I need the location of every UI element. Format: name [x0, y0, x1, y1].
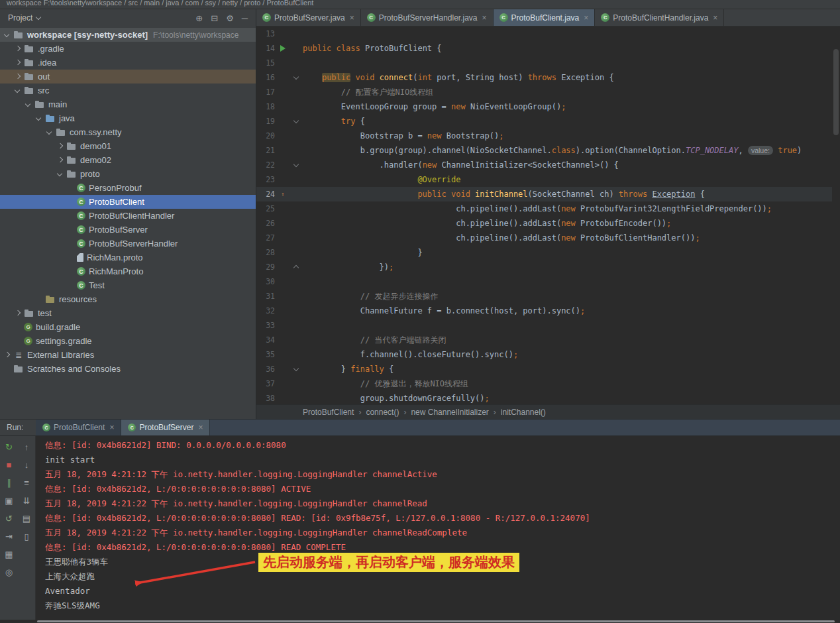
- tree-item-protobufserverhandler[interactable]: CProtoBufServerHandler: [0, 237, 256, 251]
- fold-icon[interactable]: [291, 260, 303, 274]
- tree-item-out[interactable]: out: [0, 70, 256, 84]
- tree-item-label: PersonProbuf: [89, 183, 142, 193]
- expand-arrow-icon[interactable]: [13, 309, 22, 317]
- tree-item-java[interactable]: java: [0, 111, 256, 125]
- console-lines: 信息: [id: 0x4b8621d2] BIND: 0.0.0.0/0.0.0…: [36, 436, 840, 613]
- breadcrumb-item-initchannel[interactable]: initChannel(): [501, 408, 546, 417]
- fold-icon[interactable]: [291, 114, 303, 129]
- override-gutter-icon[interactable]: ↑: [275, 187, 291, 201]
- locate-file-icon[interactable]: ⊕: [195, 13, 203, 23]
- project-panel-header[interactable]: Project ⊕⊟⚙─: [0, 9, 256, 27]
- tree-item-external-libraries[interactable]: ≣External Libraries: [0, 348, 256, 362]
- exit-icon[interactable]: ⇥: [3, 531, 15, 541]
- collapse-all-icon[interactable]: ⊟: [211, 13, 218, 23]
- tree-item-workspace-ssy-netty-socket[interactable]: workspace [ssy-netty-socket]F:\tools\net…: [0, 28, 256, 42]
- scroll-to-end-icon[interactable]: ⇊: [21, 495, 32, 506]
- close-tab-icon[interactable]: ×: [350, 13, 354, 23]
- tree-item-test[interactable]: CTest: [0, 278, 256, 292]
- project-panel-title[interactable]: Project: [8, 13, 32, 23]
- collapse-arrow-icon[interactable]: [24, 100, 32, 109]
- close-tab-icon[interactable]: ×: [713, 13, 717, 23]
- expand-arrow-icon[interactable]: [13, 44, 22, 53]
- editor-scrollbar[interactable]: [832, 27, 840, 404]
- horizontal-scrollbar[interactable]: [0, 620, 840, 623]
- expand-arrow-icon[interactable]: [3, 351, 11, 359]
- tree-item-richman-proto[interactable]: RichMan.proto: [0, 251, 256, 264]
- tree-item-demo01[interactable]: demo01: [0, 139, 256, 153]
- close-tab-icon[interactable]: ×: [584, 13, 588, 23]
- tree-item-settings-gradle[interactable]: Gsettings.gradle: [0, 334, 256, 348]
- up-stack-trace-icon[interactable]: ↑: [21, 441, 32, 452]
- close-tab-icon[interactable]: ×: [109, 423, 114, 432]
- settings-gear-icon[interactable]: ⚙: [226, 13, 234, 23]
- layout-icon[interactable]: ▦: [3, 549, 15, 559]
- down-stack-trace-icon[interactable]: ↓: [21, 459, 32, 470]
- tree-item-test[interactable]: test: [0, 306, 256, 320]
- clear-all-icon[interactable]: ▯: [21, 531, 32, 541]
- code-token: new: [561, 233, 576, 243]
- tree-item-richmanproto[interactable]: CRichManProto: [0, 264, 256, 278]
- rerun-icon[interactable]: ↻: [3, 441, 15, 452]
- breadcrumb-item-new-channelinitializer[interactable]: new ChannelInitializer: [411, 408, 488, 417]
- tree-item-label: workspace [ssy-netty-socket]: [27, 30, 148, 40]
- print-icon[interactable]: ▤: [21, 513, 32, 524]
- line-number: 32: [256, 304, 275, 318]
- collapse-arrow-icon[interactable]: [34, 114, 43, 123]
- soft-wrap-icon[interactable]: ≡: [21, 477, 32, 488]
- editor-tab-protobufclienthandler-java[interactable]: CProtoBufClientHandler.java×: [595, 9, 724, 26]
- run-gutter-icon[interactable]: [275, 41, 291, 56]
- fold-icon[interactable]: [291, 362, 303, 376]
- close-tab-icon[interactable]: ×: [198, 423, 203, 432]
- collapse-arrow-icon[interactable]: [45, 128, 54, 137]
- tree-item-proto[interactable]: proto: [0, 167, 256, 181]
- editor-tab-protobufserver-java[interactable]: CProtoBufServer.java×: [256, 9, 361, 26]
- hide-panel-icon[interactable]: ─: [242, 13, 248, 23]
- code-token: [303, 190, 417, 199]
- fold-icon[interactable]: [291, 158, 303, 172]
- collapse-arrow-icon[interactable]: [3, 30, 11, 39]
- gutter-spacer: [275, 391, 291, 404]
- tree-item-idea[interactable]: .idea: [0, 56, 256, 70]
- tree-item-personprobuf[interactable]: CPersonProbuf: [0, 181, 256, 195]
- navigation-bar[interactable]: workspace F:\tools\netty\workspace / src…: [0, 0, 840, 9]
- tree-item-demo02[interactable]: demo02: [0, 153, 256, 167]
- package-icon: [66, 141, 77, 152]
- expand-arrow-icon[interactable]: [13, 58, 22, 67]
- pin-icon[interactable]: ◎: [3, 567, 15, 577]
- breadcrumb-item-connect[interactable]: connect(): [366, 408, 399, 417]
- code-token: }: [303, 248, 423, 257]
- screenshot-icon[interactable]: ▣: [3, 495, 15, 506]
- class-icon: C: [77, 281, 85, 290]
- tree-item-protobufserver[interactable]: CProtoBufServer: [0, 223, 256, 237]
- pause-output-icon[interactable]: ∥: [3, 477, 15, 488]
- console-output[interactable]: 信息: [id: 0x4b8621d2] BIND: 0.0.0.0/0.0.0…: [36, 436, 840, 620]
- scrollbar-thumb[interactable]: [833, 49, 839, 135]
- tree-item-protobufclient[interactable]: CProtoBufClient: [0, 195, 256, 209]
- run-tab-protobufserver[interactable]: CProtoBufServer×: [121, 420, 210, 435]
- tree-item-main[interactable]: main: [0, 97, 256, 111]
- code-token: finally: [350, 365, 384, 374]
- expand-arrow-icon[interactable]: [56, 142, 64, 150]
- tree-item-gradle[interactable]: .gradle: [0, 42, 256, 56]
- collapse-arrow-icon[interactable]: [56, 170, 64, 178]
- code-editor[interactable]: 1314public class ProtoBufClient {1516 pu…: [256, 27, 840, 404]
- expand-arrow-icon[interactable]: [13, 72, 22, 81]
- tree-item-build-gradle[interactable]: Gbuild.gradle: [0, 320, 256, 334]
- gutter-spacer: [275, 70, 291, 85]
- tree-item-src[interactable]: src: [0, 84, 256, 97]
- breadcrumb-item-protobufclient[interactable]: ProtoBufClient: [303, 408, 354, 417]
- tree-item-protobufclienthandler[interactable]: CProtoBufClientHandler: [0, 209, 256, 223]
- fold-icon[interactable]: [291, 70, 303, 85]
- tree-item-resources[interactable]: resources: [0, 292, 256, 306]
- run-tab-protobufclient[interactable]: CProtoBufClient×: [36, 420, 121, 435]
- close-tab-icon[interactable]: ×: [482, 13, 487, 23]
- editor-tab-protobufserverhandler-java[interactable]: CProtoBufServerHandler.java×: [361, 9, 494, 26]
- code-line-26: 26 ch.pipeline().addLast(new ProtobufEnc…: [256, 216, 832, 231]
- tree-item-com-ssy-netty[interactable]: com.ssy.netty: [0, 125, 256, 139]
- expand-arrow-icon[interactable]: [56, 156, 64, 164]
- collapse-arrow-icon[interactable]: [13, 86, 22, 95]
- stop-icon[interactable]: ■: [3, 459, 15, 470]
- gc-icon[interactable]: ↺: [3, 513, 15, 524]
- editor-tab-protobufclient-java[interactable]: CProtoBufClient.java×: [494, 9, 596, 26]
- tree-item-scratches-and-consoles[interactable]: Scratches and Consoles: [0, 362, 256, 376]
